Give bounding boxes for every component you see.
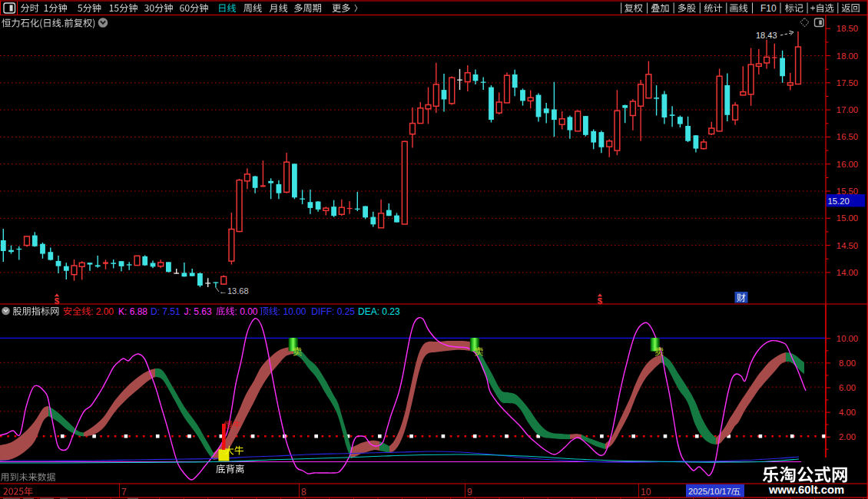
svg-text:J: 5.63: J: 5.63 (184, 306, 212, 317)
svg-text:6.00: 6.00 (839, 383, 856, 392)
svg-text:←13.68: ←13.68 (219, 286, 249, 296)
svg-text:: 2.00: : 2.00 (91, 306, 114, 317)
svg-text:14.50: 14.50 (837, 241, 858, 250)
svg-text:17.00: 17.00 (837, 105, 858, 114)
svg-text:16.00: 16.00 (837, 160, 858, 169)
svg-text:DIFF: 0.25: DIFF: 0.25 (311, 306, 355, 317)
svg-text:18.50: 18.50 (837, 24, 858, 33)
svg-text:10.00: 10.00 (837, 334, 858, 343)
svg-text:18.00: 18.00 (837, 51, 858, 61)
svg-text:www.60lt.com: www.60lt.com (768, 484, 844, 496)
svg-text:8.00: 8.00 (839, 359, 856, 368)
svg-text:2025/10/17/: 2025/10/17/ (688, 487, 734, 496)
svg-text:16.50: 16.50 (837, 132, 858, 141)
svg-text:DEA: 0.23: DEA: 0.23 (358, 306, 400, 317)
svg-text:14.00: 14.00 (837, 268, 858, 277)
svg-text:F10: F10 (760, 3, 777, 14)
svg-text:7: 7 (121, 487, 127, 497)
svg-text:18.43: 18.43 (756, 31, 777, 40)
svg-text:: 10.00: : 10.00 (278, 306, 306, 317)
svg-text:4.00: 4.00 (839, 408, 856, 417)
svg-text:: 0.00: : 0.00 (235, 306, 258, 317)
svg-text:D: 7.51: D: 7.51 (151, 306, 181, 317)
svg-text:15.00: 15.00 (837, 213, 858, 223)
svg-text:9: 9 (467, 487, 472, 497)
svg-text:17.50: 17.50 (837, 78, 858, 88)
svg-text:2.00: 2.00 (839, 432, 856, 441)
svg-text:10: 10 (641, 487, 651, 497)
svg-text:K: 6.88: K: 6.88 (118, 306, 147, 317)
svg-text:8: 8 (301, 487, 306, 497)
svg-text:15.20: 15.20 (828, 197, 850, 206)
